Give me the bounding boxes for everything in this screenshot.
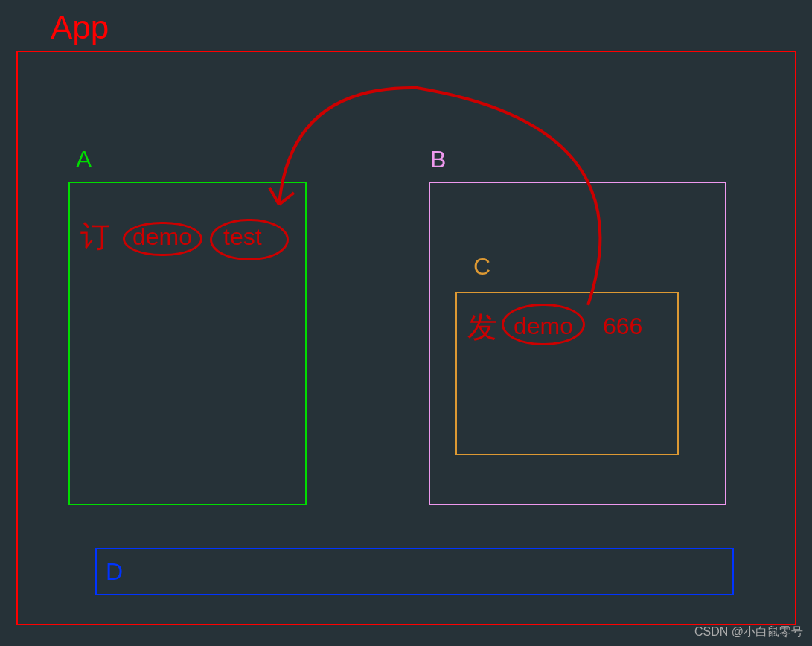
box-a-label: A bbox=[76, 146, 92, 173]
box-c-annotation-word2: 666 bbox=[603, 313, 642, 340]
box-c-demo-circle bbox=[502, 304, 585, 345]
box-c-label: C bbox=[473, 253, 490, 281]
box-b-label: B bbox=[430, 146, 446, 173]
watermark: CSDN @小白鼠零号 bbox=[694, 624, 803, 640]
box-a-annotation-char: 订 bbox=[80, 216, 110, 257]
box-c-annotation-char: 发 bbox=[467, 307, 497, 348]
box-a-test-circle bbox=[210, 219, 289, 260]
box-d bbox=[95, 548, 734, 595]
box-a-demo-circle bbox=[123, 222, 202, 256]
app-label: App bbox=[51, 9, 109, 46]
